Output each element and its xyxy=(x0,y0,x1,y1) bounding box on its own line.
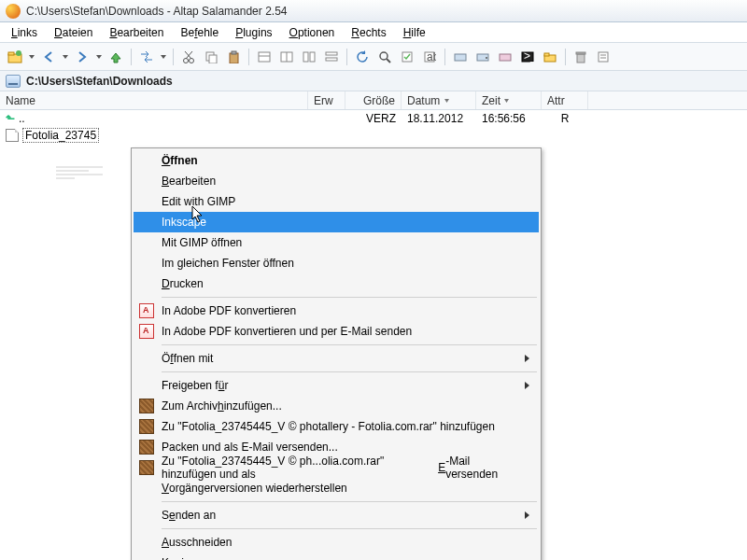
svg-point-24 xyxy=(486,57,487,59)
menu-links[interactable]: Links xyxy=(4,24,45,41)
svg-rect-15 xyxy=(326,52,337,55)
current-path[interactable]: C:\Users\Stefan\Downloads xyxy=(26,75,173,88)
cm-separator xyxy=(162,528,537,529)
archive-icon xyxy=(139,399,154,413)
col-ext[interactable]: Erw xyxy=(308,91,345,109)
tb-folder-icon[interactable] xyxy=(541,48,559,66)
toolbar-separator xyxy=(444,49,445,65)
tb-view1-icon[interactable] xyxy=(255,48,274,66)
menu-dateien[interactable]: Dateien xyxy=(47,24,100,41)
file-name-1: Fotolia_23745 xyxy=(22,128,99,143)
drive-icon[interactable] xyxy=(6,75,21,88)
tb-refresh-icon[interactable] xyxy=(353,48,372,66)
cm-separator xyxy=(162,371,537,372)
row-parent[interactable]: ⬑.. VERZ 18.11.2012 16:56:56 R xyxy=(0,110,747,127)
tb-dropdown-icon[interactable] xyxy=(160,48,167,66)
cm-pdf-convert[interactable]: In Adobe PDF konvertieren xyxy=(134,301,539,321)
column-headers: Name Erw Größe Datum Zeit Attr xyxy=(0,91,747,110)
tb-copy-icon[interactable] xyxy=(202,48,220,66)
menu-hilfe[interactable]: Hilfe xyxy=(396,24,433,41)
menu-befehle[interactable]: Befehle xyxy=(173,24,226,41)
svg-text:>_: >_ xyxy=(524,51,534,63)
tb-dropdown-icon[interactable] xyxy=(62,48,69,66)
cm-same-window[interactable]: Im gleichen Fenster öffnen xyxy=(134,253,539,273)
cm-inkscape[interactable]: Inkscape xyxy=(134,212,539,232)
file-list: ⬑.. VERZ 18.11.2012 16:56:56 R Fotolia_2… xyxy=(0,110,747,144)
tb-dropdown-icon[interactable] xyxy=(95,48,103,66)
tb-drive2-icon[interactable] xyxy=(473,48,492,66)
menu-rechts[interactable]: Rechts xyxy=(344,24,393,41)
pathbar: C:\Users\Stefan\Downloads xyxy=(0,71,747,91)
svg-rect-16 xyxy=(326,58,337,61)
tb-drive3-icon[interactable] xyxy=(496,48,514,66)
cm-prev-versions[interactable]: Vorgängerversionen wiederherstellen xyxy=(134,478,539,498)
tb-up-icon[interactable] xyxy=(106,48,125,66)
context-menu: Öffnen Bearbeiten Edit with GIMP Inkscap… xyxy=(131,147,542,560)
col-size[interactable]: Größe xyxy=(345,91,402,109)
toolbar-separator xyxy=(173,49,174,65)
tb-delete-icon[interactable] xyxy=(571,48,590,66)
cm-open-with[interactable]: Öffnen mit xyxy=(134,348,539,369)
svg-point-2 xyxy=(16,50,21,56)
tb-view2-icon[interactable] xyxy=(277,48,296,66)
col-attr[interactable]: Attr xyxy=(542,91,588,109)
tb-dropdown-icon[interactable] xyxy=(28,48,35,66)
thumbnail-placeholder xyxy=(56,166,103,179)
toolbar-separator xyxy=(131,49,132,65)
cm-separator xyxy=(162,297,537,298)
cm-open[interactable]: Öffnen xyxy=(134,150,539,171)
toolbar-separator xyxy=(346,49,347,65)
cm-edit[interactable]: Bearbeiten xyxy=(134,171,539,191)
menu-plugins[interactable]: Plugins xyxy=(228,24,279,41)
tb-props-icon[interactable] xyxy=(594,48,613,66)
tb-terminal-icon[interactable]: >_ xyxy=(518,48,537,66)
cm-cut[interactable]: Ausschneiden xyxy=(134,532,539,553)
cm-copy[interactable]: Kopieren xyxy=(134,553,539,560)
cm-share[interactable]: Freigeben für xyxy=(134,375,539,396)
titlebar: C:\Users\Stefan\Downloads - Altap Salama… xyxy=(0,0,747,22)
tb-new-folder-icon[interactable] xyxy=(6,48,24,66)
tb-tool1-icon[interactable] xyxy=(398,48,416,66)
tb-paste-icon[interactable] xyxy=(224,48,243,66)
file-icon xyxy=(6,129,19,142)
cm-add-archive[interactable]: Zum Archiv hinzufügen... xyxy=(134,396,539,416)
cm-mit-gimp[interactable]: Mit GIMP öffnen xyxy=(134,232,539,253)
svg-text:ab: ab xyxy=(427,50,436,63)
cm-separator xyxy=(162,344,537,345)
tb-forward-icon[interactable] xyxy=(73,48,92,66)
svg-point-3 xyxy=(184,58,189,63)
toolbar-separator xyxy=(565,49,566,65)
tb-swap-icon[interactable] xyxy=(137,48,156,66)
tb-search-icon[interactable] xyxy=(375,48,394,66)
tb-view4-icon[interactable] xyxy=(322,48,341,66)
col-date[interactable]: Datum xyxy=(402,91,476,109)
cm-add-named-mail[interactable]: Zu "Fotolia_23745445_V © ph...olia.com.r… xyxy=(134,457,539,478)
svg-rect-7 xyxy=(230,53,238,63)
col-time[interactable]: Zeit xyxy=(476,91,542,109)
tb-cut-icon[interactable] xyxy=(179,48,198,66)
cm-print[interactable]: Drucken xyxy=(134,273,539,294)
menu-bearbeiten[interactable]: Bearbeiten xyxy=(102,24,171,41)
svg-rect-30 xyxy=(577,54,585,63)
archive-icon xyxy=(139,440,154,455)
cm-send-to[interactable]: Senden an xyxy=(134,505,539,525)
parent-name: .. xyxy=(19,112,25,125)
svg-rect-25 xyxy=(500,54,511,61)
cm-add-named[interactable]: Zu "Fotolia_23745445_V © photallery - Fo… xyxy=(134,416,539,437)
cm-pdf-convert-mail[interactable]: In Adobe PDF konvertieren und per E-Mail… xyxy=(134,321,539,342)
menubar: Links Dateien Bearbeiten Befehle Plugins… xyxy=(0,22,747,43)
svg-rect-8 xyxy=(232,51,236,54)
svg-rect-9 xyxy=(259,52,270,62)
tb-back-icon[interactable] xyxy=(39,48,58,66)
pdf-icon xyxy=(139,303,154,318)
window-title: C:\Users\Stefan\Downloads - Altap Salama… xyxy=(26,5,287,18)
col-name[interactable]: Name xyxy=(0,91,308,109)
svg-rect-13 xyxy=(303,52,308,62)
tb-drive1-icon[interactable] xyxy=(451,48,470,66)
tb-tool2-icon[interactable]: ab xyxy=(420,48,439,66)
menu-optionen[interactable]: Optionen xyxy=(282,24,343,41)
tb-view3-icon[interactable] xyxy=(300,48,318,66)
cm-edit-gimp[interactable]: Edit with GIMP xyxy=(134,191,539,212)
row-file-1[interactable]: Fotolia_23745 xyxy=(0,127,747,144)
parent-date: 18.11.2012 xyxy=(402,112,476,125)
